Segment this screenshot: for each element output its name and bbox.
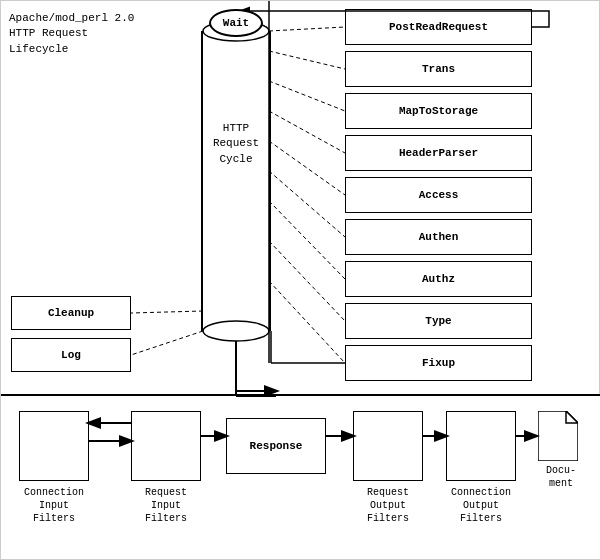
svg-line-9	[269, 171, 345, 237]
cycle-label: HTTP Request Cycle	[206, 121, 266, 167]
conn-output-filter-box	[446, 411, 516, 481]
conn-output-label: ConnectionOutputFilters	[436, 486, 526, 525]
phase-authen: Authen	[345, 219, 532, 255]
svg-line-4	[269, 27, 345, 31]
phase-fixup: Fixup	[345, 345, 532, 381]
svg-line-13	[131, 311, 203, 313]
req-input-label: RequestInputFilters	[121, 486, 211, 525]
req-output-filter-box	[353, 411, 423, 481]
svg-line-12	[269, 281, 345, 363]
svg-line-8	[269, 141, 345, 195]
req-output-label: RequestOutputFilters	[343, 486, 433, 525]
phase-authz: Authz	[345, 261, 532, 297]
phase-type: Type	[345, 303, 532, 339]
conn-input-filter-box	[19, 411, 89, 481]
document-label: Docu-ment	[531, 464, 591, 490]
cleanup-box: Cleanup	[11, 296, 131, 330]
svg-line-5	[269, 51, 345, 69]
conn-input-label: ConnectionInputFilters	[9, 486, 99, 525]
svg-line-6	[269, 81, 345, 111]
phase-trans: Trans	[345, 51, 532, 87]
req-input-filter-box	[131, 411, 201, 481]
response-box: Response	[226, 418, 326, 474]
document-icon	[538, 411, 578, 461]
bottom-section: Response ConnectionInputFilters RequestI…	[1, 394, 600, 559]
svg-line-11	[269, 241, 345, 321]
svg-line-14	[131, 331, 203, 355]
wait-ellipse: Wait	[209, 9, 263, 37]
svg-line-7	[269, 111, 345, 153]
svg-line-10	[269, 201, 345, 279]
phase-post-read-request: PostReadRequest	[345, 9, 532, 45]
phase-access: Access	[345, 177, 532, 213]
log-box: Log	[11, 338, 131, 372]
diagram-title: Apache/mod_perl 2.0 HTTP Request Lifecyc…	[9, 11, 134, 57]
http-cycle-cylinder	[201, 31, 271, 331]
phase-header-parser: HeaderParser	[345, 135, 532, 171]
svg-marker-1	[566, 411, 578, 423]
diagram-container: Apache/mod_perl 2.0 HTTP Request Lifecyc…	[0, 0, 600, 560]
phase-map-to-storage: MapToStorage	[345, 93, 532, 129]
